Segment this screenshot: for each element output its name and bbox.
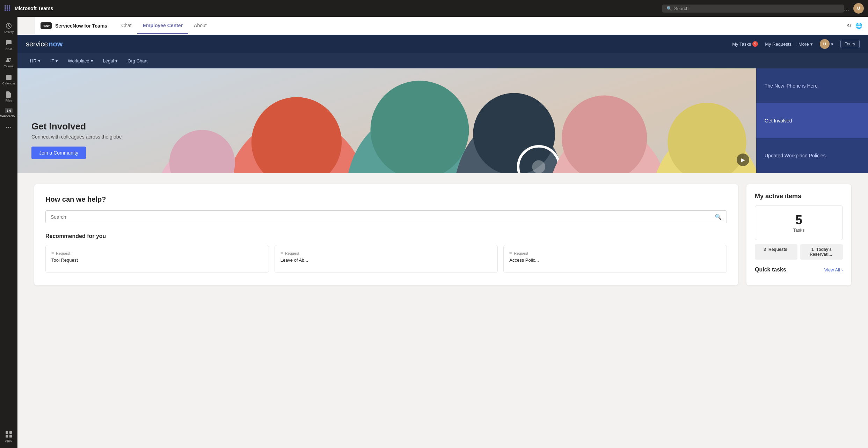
app-name: ServiceNow for Teams	[55, 23, 107, 29]
hr-chevron-icon: ▾	[38, 58, 41, 64]
sidebar-item-activity[interactable]: Activity	[0, 20, 17, 37]
tab-about[interactable]: About	[188, 18, 212, 34]
sn-subnav: HR ▾ IT ▾ Workplace ▾ Legal ▾ Org Chart	[17, 53, 868, 68]
subnav-org-chart[interactable]: Org Chart	[123, 55, 152, 66]
sn-logo: servicenow	[26, 40, 63, 48]
reservations-count: 1	[811, 247, 814, 252]
tours-button[interactable]: Tours	[840, 40, 860, 48]
tabbar-right: ↻ 🌐	[847, 22, 862, 29]
rec-card-0[interactable]: ✏ Request Tool Request	[45, 245, 269, 273]
sidebar-item-servicenow[interactable]: SN ServiceNo...	[0, 105, 17, 121]
app-title: Microsoft Teams	[15, 6, 662, 11]
search-icon: 🔍	[666, 6, 672, 11]
svg-rect-8	[9, 9, 10, 11]
subnav-hr[interactable]: HR ▾	[26, 55, 45, 66]
help-search-input[interactable]	[51, 214, 715, 220]
sidebar-item-more[interactable]: ···	[0, 121, 17, 134]
sidebar-item-chat[interactable]: Chat	[0, 37, 17, 54]
subnav-org-label: Org Chart	[127, 58, 147, 64]
content-area: How can we help? 🔍 Recommended for you ✏…	[17, 173, 868, 297]
app-tabs: Chat Employee Center About	[116, 17, 212, 34]
hero-title: Get Involved	[31, 121, 742, 132]
app-logo: now ServiceNow for Teams	[41, 22, 107, 29]
quick-tasks-title: Quick tasks	[755, 267, 786, 273]
more-dots[interactable]: ...	[844, 5, 849, 12]
titlebar: Microsoft Teams 🔍 Search ... U	[0, 0, 868, 17]
avatar[interactable]: U	[853, 3, 864, 14]
active-items-title: My active items	[755, 193, 843, 200]
sidebar-label-activity: Activity	[4, 30, 14, 34]
svg-rect-6	[5, 9, 6, 11]
rec-card-tag-2: ✏ Request	[509, 251, 721, 255]
globe-icon[interactable]: 🌐	[855, 22, 862, 29]
sidebar-item-files[interactable]: Files	[0, 88, 17, 105]
subnav-workplace[interactable]: Workplace ▾	[64, 55, 97, 66]
svg-rect-1	[7, 5, 8, 7]
search-bar[interactable]: 🔍 Search	[662, 5, 844, 13]
hero-right-label-1: Get Involved	[765, 118, 792, 124]
user-avatar-nav[interactable]: U ▾	[820, 39, 833, 49]
grid-icon[interactable]	[4, 5, 11, 12]
rec-card-2[interactable]: ✏ Request Access Polic...	[503, 245, 727, 273]
sidebar-item-teams[interactable]: Teams	[0, 54, 17, 71]
sidebar: Activity Chat Teams Calendar Files SN Se…	[0, 17, 17, 297]
svg-point-9	[7, 58, 9, 60]
requests-count: 3	[764, 247, 766, 252]
requests-label: Requests	[768, 247, 787, 252]
rec-card-1[interactable]: ✏ Request Leave of Ab...	[275, 245, 498, 273]
subnav-it-label: IT	[50, 58, 54, 64]
it-chevron-icon: ▾	[56, 58, 58, 64]
legal-chevron-icon: ▾	[115, 58, 118, 64]
rec-card-tag-1: ✏ Request	[280, 251, 492, 255]
reservations-pill[interactable]: 1 Today's Reservati...	[800, 244, 843, 260]
sn-topnav: servicenow My Tasks 5 My Requests More ▾…	[17, 35, 868, 53]
rec-card-title-1: Leave of Ab...	[280, 257, 492, 263]
help-card: How can we help? 🔍 Recommended for you ✏…	[34, 184, 738, 285]
my-requests-link[interactable]: My Requests	[765, 42, 792, 47]
join-community-button[interactable]: Join a Community	[31, 147, 86, 159]
user-chevron-icon: ▾	[831, 42, 833, 47]
app-tabbar: now ServiceNow for Teams Chat Employee C…	[35, 17, 868, 35]
svg-rect-0	[5, 5, 6, 7]
subnav-legal-label: Legal	[103, 58, 114, 64]
rec-card-title-2: Access Polic...	[509, 257, 721, 263]
subnav-it[interactable]: IT ▾	[46, 55, 63, 66]
hero-right-item-0[interactable]: The New iPhone is Here	[756, 68, 868, 103]
sidebar-label-teams: Teams	[4, 65, 14, 68]
tasks-count: 5	[762, 213, 836, 227]
rec-card-title-0: Tool Request	[51, 257, 263, 263]
help-search-box[interactable]: 🔍	[45, 210, 727, 223]
svg-rect-11	[6, 75, 12, 80]
titlebar-right: ... U	[844, 3, 864, 14]
svg-rect-2	[9, 5, 10, 7]
sidebar-item-calendar[interactable]: Calendar	[0, 71, 17, 88]
requests-pill[interactable]: 3 Requests	[755, 244, 797, 260]
sidebar-label-servicenow: ServiceNo...	[0, 114, 17, 118]
subnav-workplace-label: Workplace	[68, 58, 89, 64]
my-tasks-link[interactable]: My Tasks 5	[732, 41, 758, 47]
recommended-title: Recommended for you	[45, 233, 727, 239]
tab-employee-center[interactable]: Employee Center	[137, 18, 188, 34]
hero-right-item-1[interactable]: Get Involved	[756, 103, 868, 138]
more-link[interactable]: More ▾	[798, 42, 813, 47]
tasks-label: Tasks	[762, 227, 836, 233]
view-all-link[interactable]: View All ›	[824, 267, 843, 272]
help-title: How can we help?	[45, 195, 727, 203]
recommended-cards: ✏ Request Tool Request ✏ Request Leave o…	[45, 245, 727, 273]
more-label: More	[798, 42, 809, 47]
sidebar-label-calendar: Calendar	[2, 82, 15, 85]
svg-rect-7	[7, 9, 8, 11]
tab-chat[interactable]: Chat	[116, 18, 137, 34]
hero-right-item-2[interactable]: Updated Workplace Policies	[756, 138, 868, 173]
subnav-legal[interactable]: Legal ▾	[99, 55, 122, 66]
svg-rect-5	[9, 7, 10, 9]
user-avatar: U	[820, 39, 830, 49]
svg-point-25	[532, 160, 545, 173]
refresh-icon[interactable]: ↻	[847, 22, 851, 29]
hero-right-label-0: The New iPhone is Here	[765, 83, 818, 89]
tasks-box: 5 Tasks	[755, 206, 843, 240]
hero-text: Get Involved Connect with colleagues acr…	[31, 121, 742, 159]
tasks-pills-row: 3 Requests 1 Today's Reservati...	[755, 244, 843, 260]
chevron-down-icon: ▾	[810, 42, 813, 47]
sidebar-label-chat: Chat	[5, 47, 12, 51]
